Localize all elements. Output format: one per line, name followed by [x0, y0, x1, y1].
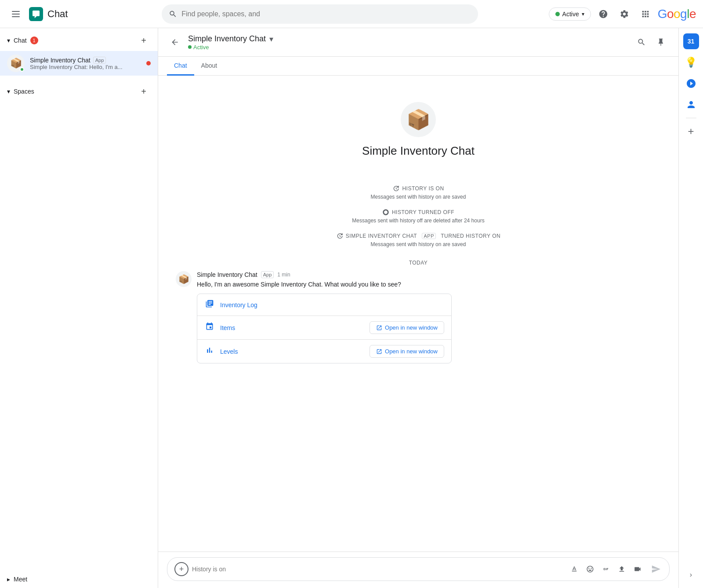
- levels-label[interactable]: Levels: [220, 348, 364, 355]
- active-status-button[interactable]: Active ▾: [549, 7, 591, 21]
- items-open-new-window-button[interactable]: Open in new window: [370, 321, 444, 334]
- item-name-row: Simple Inventory Chat App: [30, 57, 141, 64]
- topbar-right: Active ▾ Google: [549, 5, 696, 23]
- history-icon: [392, 185, 399, 192]
- chat-header-status: Active: [188, 44, 273, 51]
- help-icon: [598, 9, 608, 19]
- video-icon: [634, 565, 641, 573]
- add-attachment-button[interactable]: +: [174, 562, 188, 576]
- apps-button[interactable]: [637, 5, 654, 23]
- topbar: Chat Active ▾ Google: [0, 0, 703, 28]
- right-panel: 31 💡 + ›: [678, 28, 703, 588]
- meet-section[interactable]: ▸ Meet: [0, 570, 158, 588]
- tab-chat[interactable]: Chat: [167, 57, 194, 76]
- item-app-badge: App: [93, 57, 106, 64]
- history-on-label: HISTORY IS ON: [402, 185, 444, 192]
- header-actions: [633, 33, 670, 51]
- bot-avatar-large: 📦: [401, 102, 436, 137]
- action-row-inventory-log[interactable]: Inventory Log: [197, 294, 451, 316]
- history-turned-on-app: APP: [422, 233, 436, 239]
- meet-header[interactable]: ▸ Meet: [7, 576, 151, 583]
- upload-icon: [618, 565, 626, 573]
- inventory-log-label[interactable]: Inventory Log: [220, 301, 444, 309]
- spaces-section-title: ▾ Spaces: [7, 88, 34, 95]
- chevron-down-icon: ▾: [582, 11, 584, 17]
- message-input[interactable]: [192, 566, 564, 573]
- header-status-label: Active: [193, 44, 209, 51]
- help-button[interactable]: [594, 5, 612, 23]
- chat-header-name: Simple Inventory Chat: [188, 34, 266, 44]
- header-dropdown-icon[interactable]: ▾: [269, 34, 273, 44]
- action-card: Inventory Log Items: [197, 294, 452, 363]
- message-row: 📦 Simple Inventory Chat App 1 min Hello,…: [176, 271, 661, 363]
- spaces-section-header[interactable]: ▾ Spaces +: [0, 79, 158, 102]
- expand-panel-button[interactable]: ›: [681, 565, 701, 584]
- contacts-button[interactable]: [681, 95, 701, 114]
- right-panel-divider: [686, 118, 696, 118]
- keep-notes-button[interactable]: 💡: [681, 53, 701, 72]
- spaces-label: Spaces: [14, 88, 34, 95]
- tasks-button[interactable]: [681, 74, 701, 93]
- person-icon: [686, 99, 696, 110]
- search-input[interactable]: [181, 10, 471, 18]
- emoji-button[interactable]: [583, 562, 597, 576]
- history-notice-on: HISTORY IS ON Messages sent with history…: [176, 185, 661, 200]
- external-link-icon-2: [376, 348, 382, 355]
- search-icon: [169, 10, 177, 18]
- settings-button[interactable]: [616, 5, 633, 23]
- history-turned-on-suffix: TURNED HISTORY ON: [441, 233, 500, 239]
- items-open-label: Open in new window: [385, 324, 438, 331]
- chat-tabs: Chat About: [158, 57, 678, 76]
- chat-logo-icon: [29, 7, 43, 21]
- external-link-icon: [376, 325, 382, 331]
- apps-icon: [641, 9, 650, 19]
- gif-button[interactable]: [599, 562, 613, 576]
- back-button[interactable]: [167, 34, 183, 50]
- send-icon: [651, 564, 661, 574]
- chat-section-label: Chat: [14, 37, 27, 44]
- add-panel-button[interactable]: +: [681, 122, 701, 141]
- items-label[interactable]: Items: [220, 324, 364, 331]
- history-turned-on-sub: Messages sent with history on are saved: [371, 241, 466, 247]
- bot-name-large: Simple Inventory Chat: [362, 144, 475, 158]
- send-button[interactable]: [648, 561, 664, 577]
- message-text: Hello, I'm an awesome Simple Inventory C…: [197, 280, 661, 289]
- chat-section-title: ▾ Chat 1: [7, 36, 38, 44]
- search-bar[interactable]: [162, 4, 478, 24]
- action-row-items[interactable]: Items Open in new window: [197, 316, 451, 340]
- today-divider: TODAY: [176, 260, 661, 266]
- history-turned-on-prefix: SIMPLE INVENTORY CHAT: [346, 233, 417, 239]
- message-avatar: 📦: [176, 271, 192, 287]
- history-notice-turned-on: SIMPLE INVENTORY CHAT APP TURNED HISTORY…: [176, 232, 661, 247]
- history-notice-off: HISTORY TURNED OFF Messages sent with hi…: [176, 209, 661, 224]
- text-format-button[interactable]: [567, 562, 581, 576]
- chat-section-header[interactable]: ▾ Chat 1 +: [0, 28, 158, 51]
- pin-icon: [656, 38, 665, 47]
- upload-button[interactable]: [615, 562, 629, 576]
- gear-icon: [620, 9, 629, 19]
- input-container: +: [167, 557, 670, 581]
- item-info: Simple Inventory Chat App Simple Invento…: [30, 57, 141, 70]
- message-time: 1 min: [277, 272, 290, 278]
- calendar-panel-button[interactable]: 31: [681, 32, 701, 51]
- history-turned-on-row: SIMPLE INVENTORY CHAT APP TURNED HISTORY…: [336, 232, 500, 240]
- message-input-area: +: [158, 552, 678, 588]
- tab-about[interactable]: About: [194, 57, 225, 76]
- levels-open-new-window-button[interactable]: Open in new window: [370, 345, 444, 358]
- video-button[interactable]: [631, 562, 645, 576]
- add-chat-button[interactable]: +: [137, 33, 151, 47]
- meet-label: Meet: [14, 576, 27, 583]
- hamburger-menu-button[interactable]: [7, 5, 25, 23]
- chat-collapse-icon: ▾: [7, 37, 10, 44]
- main-area: ▾ Chat 1 + 📦 Simple Inventory Chat App S…: [0, 28, 703, 588]
- pin-button[interactable]: [652, 33, 670, 51]
- item-avatar: 📦: [7, 54, 25, 72]
- sidebar-item-simple-inventory-chat[interactable]: 📦 Simple Inventory Chat App Simple Inven…: [0, 51, 158, 76]
- chat-search-button[interactable]: [633, 33, 650, 51]
- action-row-levels[interactable]: Levels Open in new window: [197, 340, 451, 363]
- back-icon: [170, 38, 179, 47]
- item-name: Simple Inventory Chat: [30, 57, 91, 64]
- add-space-button[interactable]: +: [137, 84, 151, 98]
- message-meta: Simple Inventory Chat App 1 min: [197, 271, 661, 278]
- bot-intro: 📦 Simple Inventory Chat: [176, 84, 661, 185]
